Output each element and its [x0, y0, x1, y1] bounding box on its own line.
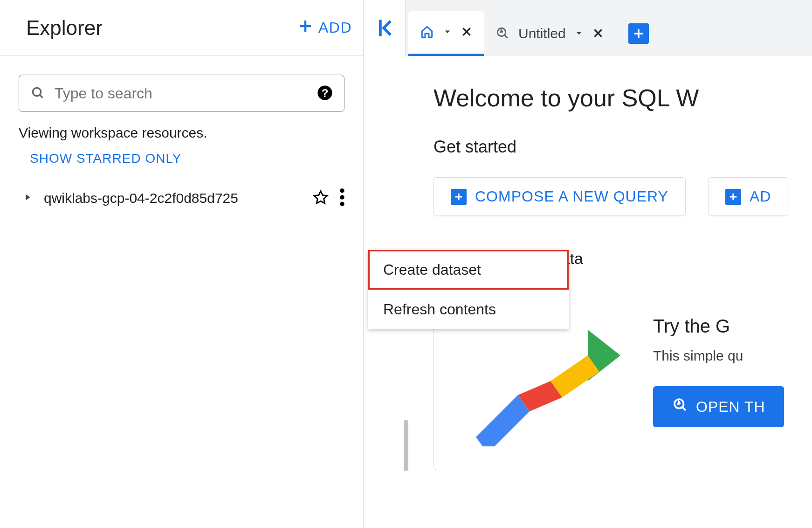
close-icon[interactable]: [592, 27, 604, 41]
search-icon: [30, 85, 45, 102]
svg-marker-8: [551, 355, 599, 397]
project-context-menu: Create dataset Refresh contents: [368, 250, 569, 329]
menu-item-refresh-contents[interactable]: Refresh contents: [368, 290, 569, 329]
menu-item-create-dataset[interactable]: Create dataset: [368, 250, 569, 290]
card-title: Try the G: [653, 316, 812, 337]
explorer-title: Explorer: [26, 16, 103, 40]
query-search-icon: [672, 396, 688, 417]
explorer-panel: Explorer ADD ? Viewing workspace resourc…: [0, 0, 364, 528]
more-icon[interactable]: [340, 188, 344, 208]
svg-point-4: [340, 195, 344, 200]
search-box[interactable]: ?: [19, 75, 344, 112]
card-subtitle: This simple qu: [653, 348, 812, 364]
svg-point-5: [340, 202, 344, 207]
compose-query-button[interactable]: COMPOSE A NEW QUERY: [434, 177, 686, 216]
card-body: Try the G This simple qu OPEN TH: [653, 316, 812, 427]
collapse-panel-button[interactable]: [364, 0, 406, 56]
tab-bar: Untitled: [406, 0, 812, 56]
project-name: qwiklabs-gcp-04-2c2f0d85d725: [44, 190, 302, 206]
plus-icon: [297, 18, 314, 38]
help-icon[interactable]: ?: [317, 85, 333, 102]
query-icon: [495, 26, 510, 42]
chevron-down-icon[interactable]: [574, 28, 584, 39]
add-data-button[interactable]: AD: [708, 177, 788, 216]
show-starred-button[interactable]: SHOW STARRED ONLY: [0, 146, 363, 166]
svg-point-0: [33, 88, 41, 96]
open-label: OPEN TH: [696, 398, 765, 416]
svg-text:?: ?: [322, 86, 329, 99]
close-icon[interactable]: [461, 26, 473, 39]
tab-home[interactable]: [408, 11, 484, 56]
chevron-down-icon[interactable]: [443, 27, 452, 38]
svg-point-3: [340, 188, 344, 193]
search-row: ?: [0, 56, 363, 112]
tab-untitled[interactable]: Untitled: [484, 11, 615, 56]
action-row: COMPOSE A NEW QUERY AD: [434, 177, 812, 216]
viewing-resources-text: Viewing workspace resources.: [0, 112, 363, 146]
welcome-title: Welcome to your SQL W: [434, 84, 812, 112]
open-query-button[interactable]: OPEN TH: [653, 386, 784, 427]
compose-label: COMPOSE A NEW QUERY: [475, 188, 668, 205]
svg-marker-10: [476, 395, 530, 446]
trends-chart-icon: [457, 316, 625, 446]
add-label: ADD: [318, 19, 352, 36]
plus-box-icon: [451, 189, 467, 205]
search-input[interactable]: [55, 85, 308, 102]
scrollbar-thumb[interactable]: [404, 420, 408, 471]
get-started-heading: Get started: [434, 137, 812, 157]
explorer-header: Explorer ADD: [0, 0, 363, 56]
explorer-add-button[interactable]: ADD: [297, 18, 352, 38]
star-icon[interactable]: [313, 189, 329, 207]
sample-data-heading: ple data: [527, 250, 812, 268]
home-icon: [420, 24, 434, 41]
tab-label: Untitled: [518, 26, 566, 42]
project-row[interactable]: qwiklabs-gcp-04-2c2f0d85d725: [0, 166, 363, 208]
add-data-label: AD: [750, 188, 771, 205]
plus-box-icon: [725, 189, 741, 205]
new-tab-button[interactable]: [628, 23, 649, 44]
expand-icon[interactable]: [22, 192, 33, 204]
